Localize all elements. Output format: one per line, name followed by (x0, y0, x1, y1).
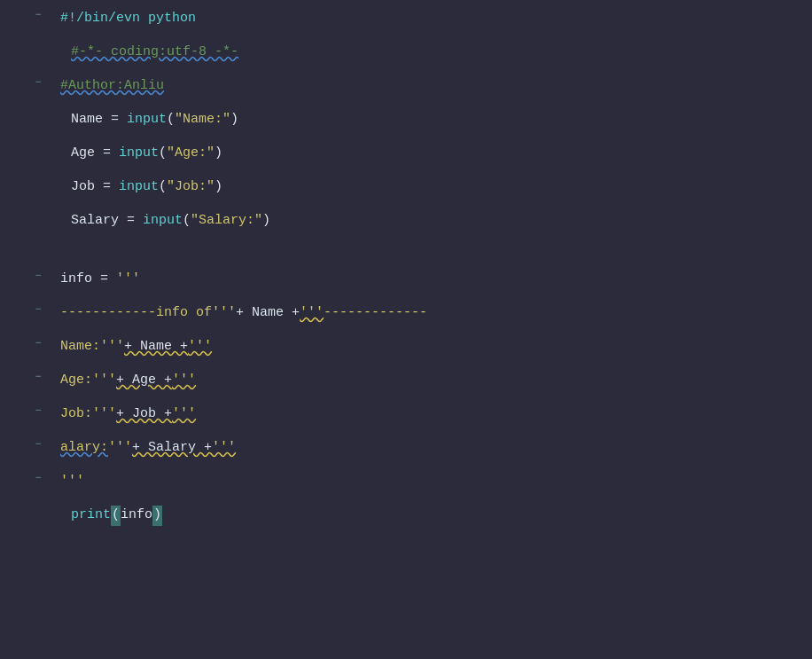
token: ------------info of (60, 303, 212, 324)
token: ) (215, 144, 223, 164)
line-content-9: info = ''' (53, 270, 812, 290)
token: input (127, 110, 167, 130)
token: + Age + (116, 371, 172, 391)
token: input (119, 144, 159, 164)
line-content-2: #-*- coding:utf-8 -*- (53, 43, 812, 63)
token: "Name:" (175, 110, 230, 130)
line-content-6: Job = input ( "Job:" ) (53, 177, 812, 198)
code-line-5: Age = input ( "Age:" ) (0, 142, 812, 176)
code-line-15: − ''' (0, 470, 812, 504)
token: "Salary:" (191, 211, 262, 231)
token: ( (183, 211, 191, 231)
token: ''' (212, 303, 236, 324)
fold-icon-13[interactable]: − (32, 404, 44, 417)
token: = (95, 177, 119, 198)
code-line-1: − #!/bin/evn python (0, 7, 812, 41)
token: Job: (60, 404, 92, 425)
code-line-6: Job = input ( "Job:" ) (0, 176, 812, 209)
token: ( (159, 177, 167, 198)
token: input (143, 211, 183, 231)
gutter-1: − (0, 9, 53, 21)
token: + Name + (236, 303, 300, 324)
token: ) (152, 506, 162, 526)
token: "Job:" (167, 177, 215, 198)
code-line-14: − alary: ''' + Salary + ''' (0, 436, 812, 470)
gutter-15: − (0, 472, 53, 484)
token: = (119, 211, 143, 231)
line-content-15: ''' (53, 472, 812, 492)
token: Name (71, 110, 103, 130)
code-line-11: − Name: ''' + Name + ''' (0, 335, 812, 369)
code-editor: − #!/bin/evn python #-*- coding:utf-8 -*… (0, 0, 812, 545)
token: #Author:Anliu (60, 76, 164, 97)
token: ) (215, 177, 223, 198)
line-content-12: Age: ''' + Age + ''' (53, 371, 812, 391)
line-content-5: Age = input ( "Age:" ) (53, 144, 812, 164)
line-content-8 (53, 245, 812, 265)
token: info (60, 270, 92, 290)
fold-icon-14[interactable]: − (32, 438, 44, 451)
token: ------------- (324, 303, 427, 324)
token: ( (159, 144, 167, 164)
line-content-11: Name: ''' + Name + ''' (53, 337, 812, 357)
token: #-*- coding:utf-8 -*- (71, 43, 238, 63)
token: ) (230, 110, 238, 130)
token: ''' (60, 472, 84, 492)
line-content-10: ------------info of ''' + Name + ''' ---… (53, 303, 812, 324)
token: ''' (100, 337, 124, 357)
code-line-10: − ------------info of ''' + Name + ''' -… (0, 302, 812, 335)
code-line-13: − Job: ''' + Job + ''' (0, 403, 812, 436)
fold-icon-9[interactable]: − (32, 270, 44, 282)
code-line-12: − Age: ''' + Age + ''' (0, 369, 812, 403)
token: + Name + (124, 337, 188, 357)
gutter-14: − (0, 438, 53, 451)
code-line-7: Salary = input ( "Salary:" ) (0, 209, 812, 243)
line-content-3: #Author:Anliu (53, 76, 812, 97)
gutter-10: − (0, 303, 53, 316)
gutter-11: − (0, 337, 53, 349)
token: Age: (60, 371, 92, 391)
gutter-9: − (0, 270, 53, 282)
fold-icon-11[interactable]: − (32, 337, 44, 349)
fold-icon-15[interactable]: − (32, 472, 44, 484)
line-content-13: Job: ''' + Job + ''' (53, 404, 812, 425)
token: ( (111, 506, 121, 526)
token: ''' (92, 404, 116, 425)
token: "Age:" (167, 144, 215, 164)
line-content-14: alary: ''' + Salary + ''' (53, 438, 812, 459)
token: ''' (92, 371, 116, 391)
fold-icon-12[interactable]: − (32, 371, 44, 383)
token: ''' (116, 270, 140, 290)
line-content-4: Name = input ( "Name:" ) (53, 110, 812, 130)
token: input (119, 177, 159, 198)
line-content-1: #!/bin/evn python (53, 9, 812, 29)
token: ''' (172, 371, 196, 391)
code-line-4: Name = input ( "Name:" ) (0, 108, 812, 142)
gutter-13: − (0, 404, 53, 417)
token: Age (71, 144, 95, 164)
token: ''' (172, 404, 196, 425)
token: = (103, 110, 127, 130)
gutter-12: − (0, 371, 53, 383)
code-line-16: print ( info ) (0, 504, 812, 537)
token: Name: (60, 337, 100, 357)
line-content-7: Salary = input ( "Salary:" ) (53, 211, 812, 231)
token: alary: (60, 438, 108, 459)
token: ''' (188, 337, 212, 357)
token: ) (262, 211, 270, 231)
token: #!/bin/evn python (60, 9, 196, 29)
fold-icon-10[interactable]: − (32, 303, 44, 316)
code-line-2: #-*- coding:utf-8 -*- (0, 41, 812, 75)
code-line-3: − #Author:Anliu (0, 75, 812, 108)
fold-icon-3[interactable]: − (32, 76, 44, 89)
code-line-8 (0, 243, 812, 268)
line-content-16: print ( info ) (53, 506, 812, 526)
token: + Salary + (132, 438, 212, 459)
token: = (92, 270, 116, 290)
token: print (71, 506, 111, 526)
fold-icon-1[interactable]: − (32, 9, 44, 21)
token: ( (167, 110, 175, 130)
token: Job (71, 177, 95, 198)
code-line-9: − info = ''' (0, 268, 812, 302)
token: info (121, 506, 152, 526)
